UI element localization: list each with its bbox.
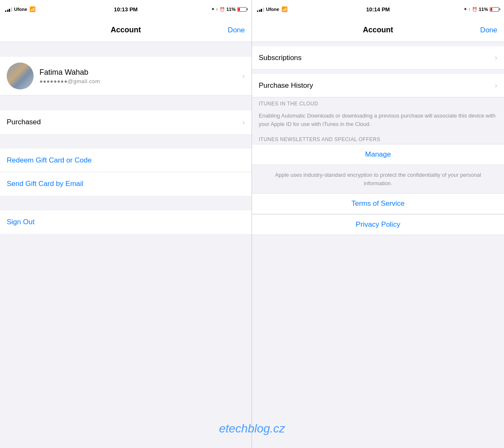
- separator-right-2: [252, 70, 504, 74]
- battery-pct-right: 11%: [479, 7, 488, 12]
- subscriptions-label: Subscriptions: [259, 54, 302, 62]
- battery-icon-left: [237, 7, 247, 12]
- wifi-icon-left: 📶: [29, 6, 36, 12]
- status-bar-left: Ufone 📶 10:13 PM ⌖ ↑ ⏰ 11%: [0, 0, 252, 18]
- purchased-label: Purchased: [7, 118, 41, 126]
- bottom-fill-left: [0, 234, 252, 448]
- manage-label[interactable]: Manage: [365, 150, 391, 159]
- chevron-icon-purchase-history: ›: [495, 81, 497, 90]
- arrow-icon-right: ↑: [468, 7, 470, 12]
- bottom-fill-right: [252, 235, 504, 448]
- signal-icon-left: [5, 7, 12, 12]
- chevron-icon-subscriptions: ›: [495, 53, 497, 62]
- separator-1: [0, 42, 252, 57]
- send-gift-card-row[interactable]: Send Gift Card by Email: [0, 172, 252, 196]
- purchase-history-row[interactable]: Purchase History ›: [252, 74, 504, 97]
- user-email: ●●●●●●●●@gmail.com: [39, 78, 242, 84]
- time-right2: 10:14 PM: [366, 6, 390, 13]
- status-bar-right: Ufone 📶 10:14 PM 10:14 PM ⌖ ↑ ⏰ 11%: [252, 0, 504, 18]
- time-left: 10:13 PM: [114, 6, 137, 13]
- terms-of-service-row[interactable]: Terms of Service: [252, 193, 504, 214]
- watermark: etechblog.cz: [219, 422, 285, 435]
- battery-icon-right: [490, 7, 499, 12]
- redeem-gift-card-row[interactable]: Redeem Gift Card or Code: [0, 149, 252, 172]
- user-name: Fatima Wahab: [39, 68, 242, 77]
- done-button-left[interactable]: Done: [228, 26, 245, 34]
- sign-out-row[interactable]: Sign Out: [0, 210, 252, 234]
- purchased-row[interactable]: Purchased ›: [0, 110, 252, 134]
- arrow-icon-left: ↑: [216, 7, 218, 12]
- nav-title-left: Account: [111, 26, 141, 34]
- nav-title-right: Account: [363, 26, 393, 34]
- alarm-icon-left: ⏰: [220, 7, 225, 12]
- signal-icon-right: [257, 7, 264, 12]
- location-icon-left: ⌖: [212, 7, 214, 12]
- nav-bar-left: Account Done: [0, 18, 252, 42]
- sign-out-label: Sign Out: [7, 218, 34, 226]
- encryption-text: Apple uses industry-standard encryption …: [252, 165, 504, 193]
- subscriptions-row[interactable]: Subscriptions ›: [252, 46, 504, 70]
- separator-3: [0, 134, 252, 149]
- location-icon-right: ⌖: [464, 7, 467, 12]
- privacy-policy-label[interactable]: Privacy Policy: [356, 220, 400, 229]
- manage-row[interactable]: Manage: [252, 144, 504, 165]
- itunes-cloud-text: Enabling Automatic Downloads or download…: [252, 108, 504, 133]
- privacy-policy-row[interactable]: Privacy Policy: [252, 214, 504, 235]
- user-info: Fatima Wahab ●●●●●●●●@gmail.com: [39, 68, 242, 84]
- carrier-left: Ufone: [14, 7, 27, 12]
- separator-right-1: [252, 42, 504, 46]
- separator-4: [0, 196, 252, 210]
- itunes-cloud-label: iTunes IN THE CLOUD: [252, 97, 504, 108]
- battery-pct-left: 11%: [226, 7, 236, 12]
- chevron-icon-user: ›: [242, 72, 245, 81]
- wifi-icon-right: 📶: [281, 6, 288, 12]
- avatar: [7, 63, 34, 89]
- terms-of-service-label[interactable]: Terms of Service: [352, 199, 405, 208]
- nav-bar-right: Account Done: [252, 18, 504, 42]
- carrier-right: Ufone: [266, 7, 279, 12]
- send-gift-card-label: Send Gift Card by Email: [7, 180, 83, 188]
- separator-2: [0, 96, 252, 110]
- chevron-icon-purchased: ›: [242, 118, 245, 127]
- purchase-history-label: Purchase History: [259, 81, 313, 90]
- redeem-gift-card-label: Redeem Gift Card or Code: [7, 156, 92, 165]
- done-button-right[interactable]: Done: [480, 26, 497, 34]
- alarm-icon-right: ⏰: [472, 7, 477, 12]
- newsletters-label: iTUNES NEWSLETTERS AND SPECIAL OFFERS: [252, 133, 504, 144]
- user-profile-row[interactable]: Fatima Wahab ●●●●●●●●@gmail.com ›: [0, 57, 252, 96]
